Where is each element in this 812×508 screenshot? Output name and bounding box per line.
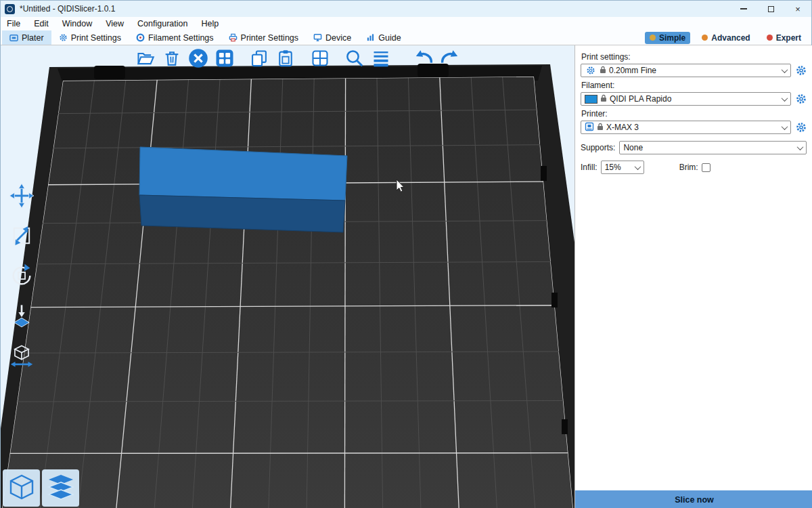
bed-clip-tab: [94, 66, 125, 79]
rotate-button[interactable]: [6, 261, 37, 292]
menu-help[interactable]: Help: [201, 19, 219, 28]
tab-label: Print Settings: [71, 33, 121, 43]
delete-all-icon: [188, 48, 208, 70]
filament-edit-button[interactable]: [795, 93, 807, 105]
close-button[interactable]: ×: [784, 1, 811, 17]
split-objects-icon: [311, 49, 330, 70]
undo-button[interactable]: [411, 47, 436, 71]
maximize-icon: [768, 6, 774, 12]
object-toolbar: [133, 47, 462, 71]
maximize-button[interactable]: [757, 1, 784, 17]
3d-view-button[interactable]: [3, 469, 40, 507]
menu-window[interactable]: Window: [62, 19, 92, 28]
lock-icon: [600, 66, 606, 76]
delete-all-button[interactable]: [186, 47, 210, 71]
device-icon: [313, 33, 322, 42]
scale-icon: [9, 223, 35, 251]
tab-printer-settings[interactable]: Printer Settings: [221, 30, 306, 45]
menu-configuration[interactable]: Configuration: [137, 19, 187, 28]
mode-switcher: Simple Advanced Expert: [645, 30, 811, 45]
tab-plater[interactable]: Plater: [2, 30, 51, 45]
slice-now-button[interactable]: Slice now: [575, 490, 812, 508]
infill-select[interactable]: 15%: [601, 161, 644, 174]
bed-side-notch: [541, 166, 547, 181]
delete-button[interactable]: [160, 47, 184, 71]
filament-settings-icon: [136, 33, 145, 42]
print-bed: [1, 45, 574, 508]
view-toolbar: [3, 469, 79, 507]
layer-height-button[interactable]: [369, 47, 393, 71]
filament-select[interactable]: QIDI PLA Rapido: [581, 92, 791, 106]
measure-button[interactable]: [6, 341, 37, 372]
mode-simple[interactable]: Simple: [645, 32, 690, 44]
move-button[interactable]: [6, 181, 37, 212]
redo-button[interactable]: [438, 47, 462, 71]
print-settings-select[interactable]: 0.20mm Fine: [581, 64, 791, 77]
settings-sidebar: Print settings: 0.20mm Fine Filament:: [574, 45, 812, 508]
filament-value: QIDI PLA Rapido: [610, 94, 780, 104]
undo-icon: [413, 47, 434, 71]
close-icon: ×: [795, 4, 800, 14]
minimize-button[interactable]: [730, 1, 757, 17]
mode-label: Simple: [659, 33, 685, 43]
brim-checkbox[interactable]: [702, 163, 710, 172]
model-top-face[interactable]: [139, 147, 347, 200]
print-settings-label: Print settings:: [581, 52, 807, 62]
tab-device[interactable]: Device: [306, 30, 359, 45]
paste-button[interactable]: [273, 47, 298, 71]
mode-expert[interactable]: Expert: [762, 32, 806, 44]
arrange-icon: [215, 48, 235, 70]
split-button[interactable]: [308, 47, 332, 71]
chevron-down-icon: [634, 163, 641, 170]
menu-edit[interactable]: Edit: [34, 19, 49, 28]
trash-icon: [162, 49, 181, 70]
place-on-face-button[interactable]: [6, 301, 37, 332]
filament-label: Filament:: [581, 81, 807, 90]
lock-icon: [597, 123, 604, 133]
tab-bar: Plater Print Settings Filament Settings …: [1, 30, 811, 45]
title-bar: *Untitled - QIDISlicer-1.0.1 ×: [1, 1, 811, 17]
preset-gear-icon: [585, 64, 597, 77]
tab-print-settings[interactable]: Print Settings: [51, 30, 129, 45]
bed-surface: [2, 77, 573, 508]
tab-filament-settings[interactable]: Filament Settings: [129, 30, 221, 45]
printer-label: Printer:: [581, 109, 807, 119]
app-icon: [5, 4, 15, 14]
scale-button[interactable]: [6, 221, 37, 252]
printer-value: X-MAX 3: [606, 123, 780, 132]
open-button[interactable]: [133, 47, 158, 71]
search-button[interactable]: [342, 47, 367, 71]
printer-settings-icon: [229, 33, 238, 42]
tab-label: Plater: [22, 33, 44, 43]
layers-view-button[interactable]: [42, 469, 79, 507]
supports-select[interactable]: None: [619, 141, 807, 154]
arrange-button[interactable]: [212, 47, 237, 71]
open-folder-icon: [136, 49, 155, 70]
infill-value: 15%: [605, 163, 633, 172]
mode-advanced[interactable]: Advanced: [697, 32, 754, 44]
tab-label: Printer Settings: [241, 33, 298, 43]
bed-side-notch: [562, 419, 568, 434]
menu-file[interactable]: File: [7, 19, 20, 28]
printer-edit-button[interactable]: [795, 121, 807, 133]
menu-view[interactable]: View: [106, 19, 124, 28]
print-settings-edit-button[interactable]: [795, 64, 807, 77]
simple-mode-dot: [650, 35, 656, 41]
chevron-down-icon: [782, 66, 788, 73]
tab-guide[interactable]: Guide: [359, 30, 408, 45]
copy-button[interactable]: [247, 47, 271, 71]
mode-label: Expert: [776, 33, 801, 43]
advanced-mode-dot: [702, 35, 708, 41]
layer-height-icon: [371, 49, 390, 70]
infill-label: Infill:: [581, 163, 597, 172]
3d-view-cube-icon: [7, 472, 37, 504]
printer-select[interactable]: X-MAX 3: [581, 121, 791, 134]
chevron-down-icon: [797, 144, 804, 150]
window-title: *Untitled - QIDISlicer-1.0.1: [20, 4, 115, 14]
mode-label: Advanced: [711, 33, 750, 43]
print-settings-value: 0.20mm Fine: [609, 66, 780, 75]
model-front-face[interactable]: [139, 195, 345, 232]
viewport-3d[interactable]: [1, 45, 574, 508]
supports-value: None: [623, 143, 795, 152]
paste-icon: [276, 49, 295, 70]
